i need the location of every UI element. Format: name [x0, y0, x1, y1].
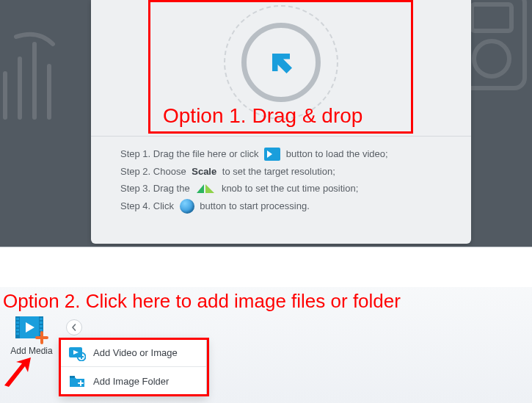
menu-item-label: Add Image Folder [93, 376, 169, 387]
step-4-text-b: button to start processing. [197, 199, 310, 214]
menu-item-add-video-or-image[interactable]: Add Video or Image [61, 339, 206, 367]
svg-rect-13 [16, 329, 19, 331]
step-2: Step 2. Choose Scale to set the target r… [120, 164, 442, 179]
lower-top-strip [0, 247, 532, 287]
menu-item-add-image-folder[interactable]: Add Image Folder [61, 367, 206, 395]
svg-rect-11 [16, 322, 19, 324]
step-1-text-b: button to load the video; [283, 147, 387, 161]
svg-rect-26 [70, 376, 75, 378]
annotation-label-2: Option 2. Click here to add image files … [3, 290, 401, 313]
add-media-icon [14, 315, 49, 344]
bg-music-decoration [0, 29, 82, 132]
drop-panel: Step 1. Drag the file here or click butt… [91, 0, 471, 244]
svg-rect-18 [40, 329, 43, 331]
step-1: Step 1. Drag the file here or click butt… [120, 147, 442, 161]
svg-point-5 [474, 41, 509, 76]
chevron-left-icon [70, 324, 78, 331]
step-3: Step 3. Drag the knob to set the cut tim… [120, 181, 442, 196]
load-video-icon [264, 148, 280, 161]
menu-item-label: Add Video or Image [93, 347, 178, 358]
scale-label: Scale [192, 164, 216, 179]
step-4: Step 4. Click button to start processing… [120, 199, 442, 214]
drop-ring [241, 23, 321, 102]
step-2-text-a: Step 2. Choose [120, 164, 189, 179]
step-3-text-b: knob to set the cut time position; [219, 181, 358, 196]
step-2-text-b: to set the target resolution; [219, 164, 335, 179]
svg-rect-12 [16, 325, 19, 327]
svg-rect-15 [40, 318, 43, 320]
add-media-menu: Add Video or Image Add Image Folder [60, 338, 207, 396]
svg-rect-14 [16, 333, 19, 335]
step-3-text-a: Step 3. Drag the [120, 181, 192, 196]
svg-rect-17 [40, 325, 43, 327]
cut-knob-icon [195, 183, 216, 195]
instruction-steps: Step 1. Drag the file here or click butt… [91, 137, 471, 225]
svg-rect-6 [472, 4, 511, 31]
folder-add-icon [68, 373, 86, 389]
video-image-add-icon [68, 345, 86, 361]
process-button-icon [180, 199, 194, 214]
add-media-label: Add Media [7, 346, 56, 356]
svg-rect-16 [40, 322, 43, 324]
step-1-text-a: Step 1. Drag the file here or click [120, 147, 261, 161]
collapse-toggle[interactable] [66, 319, 82, 335]
step-4-text-a: Step 4. Click [120, 199, 177, 214]
cursor-arrow-icon [268, 49, 294, 76]
svg-rect-10 [16, 318, 19, 320]
drop-target-area[interactable] [91, 0, 471, 137]
add-media-button[interactable]: Add Media [7, 315, 56, 368]
